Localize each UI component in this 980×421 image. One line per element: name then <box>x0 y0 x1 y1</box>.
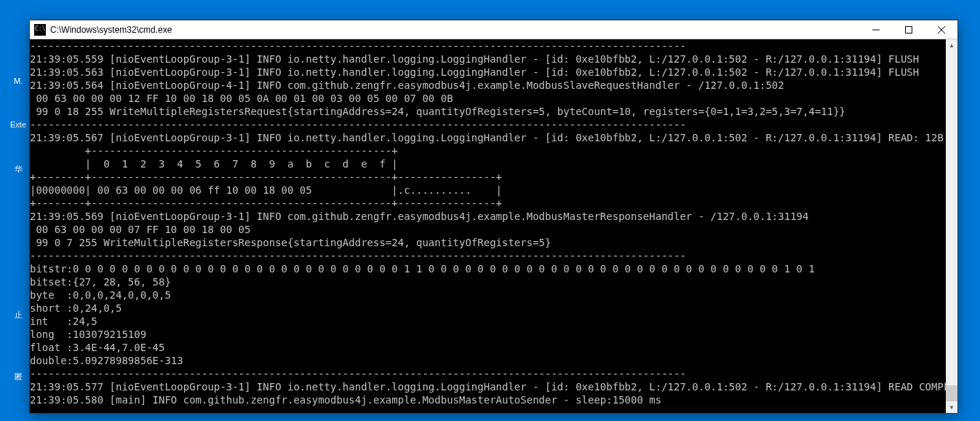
scroll-down-button[interactable]: ▼ <box>946 401 957 413</box>
maximize-icon <box>905 26 912 34</box>
console-output: ----------------------------------------… <box>30 39 946 406</box>
scrollbar-track[interactable]: ▲ ▼ <box>946 39 957 413</box>
close-button[interactable] <box>925 20 957 39</box>
scroll-up-button[interactable]: ▲ <box>946 39 957 51</box>
minimize-button[interactable] <box>859 20 892 39</box>
maximize-button[interactable] <box>892 20 925 39</box>
minimize-icon <box>872 26 880 34</box>
window-controls <box>859 20 957 39</box>
console-body[interactable]: ----------------------------------------… <box>30 39 957 413</box>
titlebar[interactable]: C:\Windows\system32\cmd.exe <box>30 20 957 39</box>
cmd-icon <box>34 24 46 36</box>
svg-rect-1 <box>905 26 912 33</box>
close-icon <box>938 26 945 34</box>
scrollbar-thumb[interactable] <box>946 385 957 401</box>
cmd-window: C:\Windows\system32\cmd.exe ------------… <box>29 20 958 414</box>
window-title: C:\Windows\system32\cmd.exe <box>50 25 859 35</box>
